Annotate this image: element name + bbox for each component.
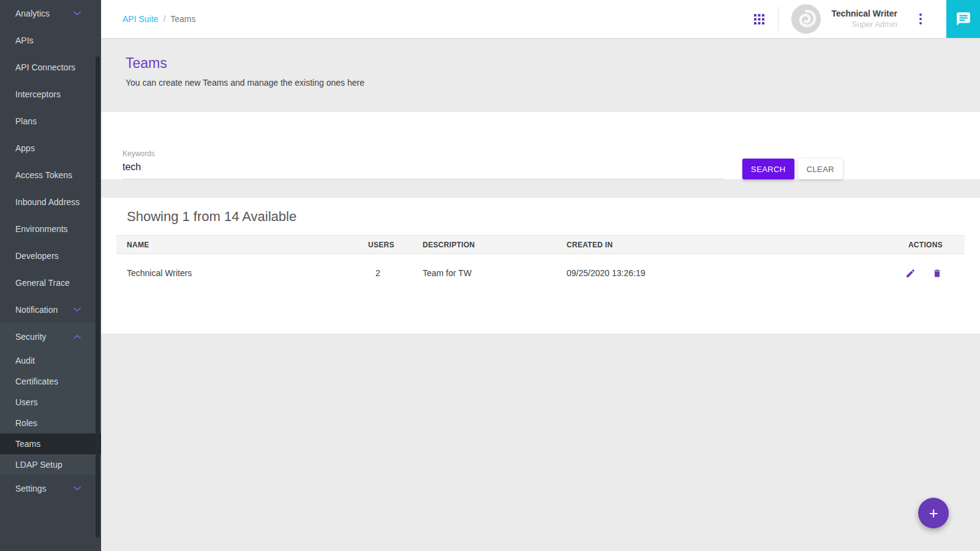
main-content: Teams You can create new Teams and manag… — [101, 38, 980, 551]
cell-description: Team for TW — [423, 268, 567, 278]
sidebar-item-access-tokens[interactable]: Access Tokens — [0, 162, 101, 189]
keywords-label: Keywords — [123, 149, 724, 158]
sidebar-item-label: Interceptors — [15, 89, 61, 99]
sidebar-item-label: Apps — [15, 143, 35, 153]
table-row: Technical Writers 2 Team for TW 09/25/20… — [116, 254, 965, 292]
user-role: Super Admin — [831, 20, 897, 29]
more-vertical-dots-icon[interactable] — [912, 7, 929, 31]
sidebar: Analytics APIs API Connectors Intercepto… — [0, 0, 101, 551]
cell-users-count: 2 — [368, 268, 423, 278]
sidebar-item-label: Plans — [15, 116, 37, 126]
keywords-field-group: Keywords — [123, 149, 724, 179]
sidebar-item-label: General Trace — [15, 278, 70, 288]
breadcrumb-current-page: Teams — [170, 14, 195, 24]
sidebar-item-analytics[interactable]: Analytics — [0, 0, 101, 27]
sidebar-item-api-connectors[interactable]: API Connectors — [0, 54, 101, 81]
sidebar-item-ldap-setup[interactable]: LDAP Setup — [0, 454, 101, 475]
sidebar-item-label: LDAP Setup — [15, 460, 62, 470]
column-header-description: DESCRIPTION — [423, 241, 567, 249]
page-header: Teams You can create new Teams and manag… — [101, 38, 980, 112]
page-subtitle: You can create new Teams and manage the … — [126, 78, 980, 88]
chat-button[interactable] — [946, 0, 980, 38]
sidebar-item-teams[interactable]: Teams — [0, 433, 101, 454]
clear-button[interactable]: CLEAR — [798, 159, 843, 179]
topbar-divider — [778, 6, 778, 32]
swirl-logo-icon — [791, 4, 821, 34]
add-team-fab-button[interactable]: + — [918, 498, 949, 528]
chevron-down-icon — [74, 307, 81, 312]
chevron-down-icon — [74, 486, 81, 491]
results-panel: Showing 1 from 14 Available NAME USERS D… — [101, 198, 980, 334]
sidebar-item-users[interactable]: Users — [0, 392, 101, 413]
sidebar-item-certificates[interactable]: Certificates — [0, 371, 101, 392]
sidebar-item-notification[interactable]: Notification — [0, 296, 101, 323]
sidebar-item-label: API Connectors — [15, 62, 75, 72]
table-header-row: NAME USERS DESCRIPTION CREATED IN ACTION… — [116, 235, 965, 254]
sidebar-item-label: APIs — [15, 36, 34, 45]
sidebar-item-general-trace[interactable]: General Trace — [0, 269, 101, 296]
column-header-users: USERS — [368, 241, 423, 249]
sidebar-item-label: Access Tokens — [15, 170, 72, 180]
breadcrumb-link-api-suite[interactable]: API Suite — [123, 14, 158, 24]
user-name: Technical Writer — [831, 9, 897, 20]
sidebar-item-label: Notification — [15, 305, 58, 315]
teams-table: NAME USERS DESCRIPTION CREATED IN ACTION… — [116, 235, 965, 292]
column-header-name: NAME — [116, 241, 368, 249]
sidebar-item-roles[interactable]: Roles — [0, 413, 101, 433]
sidebar-item-apps[interactable]: Apps — [0, 135, 101, 162]
sidebar-item-label: Users — [15, 397, 38, 407]
search-buttons: SEARCH CLEAR — [742, 159, 843, 179]
sidebar-item-settings[interactable]: Settings — [0, 475, 101, 502]
sidebar-item-label: Certificates — [15, 377, 58, 386]
avatar[interactable] — [791, 4, 821, 34]
results-summary: Showing 1 from 14 Available — [101, 198, 980, 225]
breadcrumb: API Suite / Teams — [123, 14, 196, 24]
sidebar-item-label: Security — [15, 332, 47, 342]
sidebar-item-label: Audit — [15, 356, 35, 365]
sidebar-item-label: Teams — [15, 439, 40, 449]
breadcrumb-separator: / — [163, 14, 165, 24]
column-header-actions: ACTIONS — [882, 241, 965, 249]
keywords-input[interactable] — [123, 158, 724, 179]
chat-bubble-icon — [956, 11, 971, 27]
sidebar-item-developers[interactable]: Developers — [0, 242, 101, 269]
delete-trash-icon[interactable] — [932, 268, 943, 279]
search-button[interactable]: SEARCH — [742, 159, 794, 179]
sidebar-item-label: Inbound Address — [15, 197, 80, 207]
user-info[interactable]: Technical Writer Super Admin — [831, 9, 897, 29]
search-panel: Keywords SEARCH CLEAR — [101, 112, 980, 179]
sidebar-item-label: Analytics — [15, 9, 50, 18]
cell-team-name: Technical Writers — [116, 268, 368, 278]
topbar-right-cluster: Technical Writer Super Admin — [747, 0, 980, 38]
section-divider-band — [101, 179, 980, 198]
sidebar-item-label: Settings — [15, 484, 47, 493]
chevron-up-icon — [74, 334, 81, 339]
apps-grid-icon[interactable] — [747, 7, 771, 31]
sidebar-item-inbound-address[interactable]: Inbound Address — [0, 189, 101, 216]
cell-created-in: 09/25/2020 13:26:19 — [567, 268, 882, 278]
column-header-created-in: CREATED IN — [567, 241, 882, 249]
topbar: API Suite / Teams Technical Writer Super… — [101, 0, 980, 38]
page-title: Teams — [126, 55, 980, 72]
sidebar-item-audit[interactable]: Audit — [0, 350, 101, 371]
sidebar-item-apis[interactable]: APIs — [0, 27, 101, 54]
sidebar-security-group: Security Audit Certificates Users Roles … — [0, 323, 101, 475]
sidebar-item-label: Roles — [15, 418, 37, 428]
sidebar-item-security[interactable]: Security — [0, 323, 101, 350]
sidebar-item-environments[interactable]: Environments — [0, 216, 101, 242]
cell-actions — [882, 268, 965, 279]
plus-icon: + — [929, 504, 938, 523]
sidebar-item-plans[interactable]: Plans — [0, 108, 101, 135]
chevron-down-icon — [74, 11, 81, 16]
sidebar-scrollbar[interactable] — [96, 56, 100, 538]
sidebar-item-interceptors[interactable]: Interceptors — [0, 81, 101, 108]
sidebar-item-label: Environments — [15, 224, 68, 234]
sidebar-item-label: Developers — [15, 251, 59, 261]
edit-pencil-icon[interactable] — [905, 268, 916, 279]
